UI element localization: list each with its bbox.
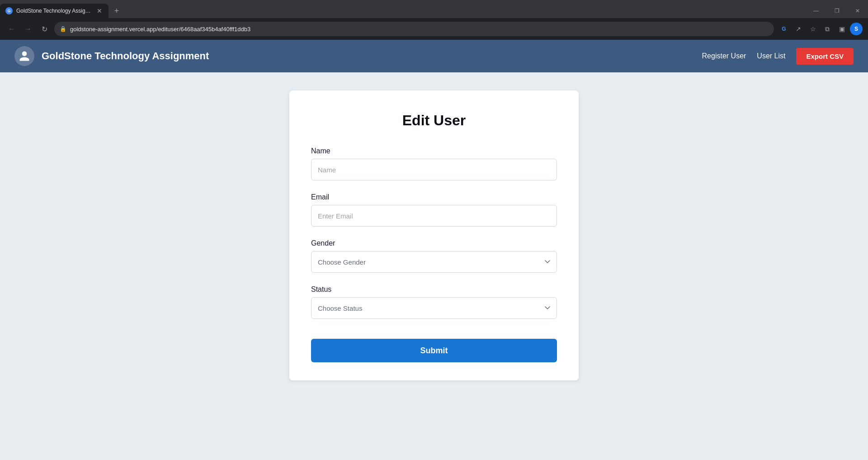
app-logo-area: GoldStone Technology Assignment <box>14 46 209 66</box>
edit-user-form-card: Edit User Name Email Gender Choose Gende… <box>289 90 579 380</box>
name-form-group: Name <box>311 147 557 180</box>
refresh-button[interactable]: ↻ <box>38 23 51 35</box>
status-label: Status <box>311 285 557 294</box>
browser-toolbar-actions: G ↗ ☆ ⧉ ▣ S <box>778 23 863 35</box>
lock-icon: 🔒 <box>60 26 66 32</box>
sidebar-button[interactable]: ▣ <box>835 23 848 35</box>
address-bar[interactable]: 🔒 goldstone-assignment.vercel.app/editus… <box>54 22 774 36</box>
status-form-group: Status Choose Status Active Inactive <box>311 285 557 319</box>
tab-close-button[interactable]: ✕ <box>96 7 103 14</box>
browser-toolbar: ← → ↻ 🔒 goldstone-assignment.vercel.app/… <box>0 18 868 40</box>
browser-tab-active[interactable]: G GoldStone Technology Assignme... ✕ <box>0 4 108 18</box>
extensions-button[interactable]: ⧉ <box>821 23 834 35</box>
google-icon-button[interactable]: G <box>778 23 790 35</box>
gender-form-group: Gender Choose Gender Male Female Other <box>311 239 557 273</box>
browser-chrome: G GoldStone Technology Assignme... ✕ + —… <box>0 0 868 40</box>
user-list-link[interactable]: User List <box>757 52 785 60</box>
profile-button[interactable]: S <box>850 23 863 35</box>
form-title: Edit User <box>311 112 557 129</box>
register-user-link[interactable]: Register User <box>702 52 746 60</box>
submit-button[interactable]: Submit <box>311 339 557 362</box>
gender-label: Gender <box>311 239 557 247</box>
email-form-group: Email <box>311 193 557 227</box>
app-avatar-icon <box>14 46 34 66</box>
export-csv-button[interactable]: Export CSV <box>796 48 854 65</box>
name-label: Name <box>311 147 557 155</box>
bookmark-button[interactable]: ☆ <box>807 23 819 35</box>
app-title: GoldStone Technology Assignment <box>42 50 209 62</box>
email-label: Email <box>311 193 557 201</box>
window-close-button[interactable]: ✕ <box>847 4 868 18</box>
edit-user-form: Name Email Gender Choose Gender Male Fem… <box>311 147 557 362</box>
window-minimize-button[interactable]: — <box>806 4 826 18</box>
gender-select[interactable]: Choose Gender Male Female Other <box>311 251 557 273</box>
window-controls: — ❐ ✕ <box>806 4 868 18</box>
forward-button[interactable]: → <box>22 23 34 35</box>
share-button[interactable]: ↗ <box>792 23 805 35</box>
new-tab-button[interactable]: + <box>110 5 123 17</box>
window-maximize-button[interactable]: ❐ <box>826 4 847 18</box>
email-input[interactable] <box>311 205 557 227</box>
browser-tab-bar: G GoldStone Technology Assignme... ✕ + —… <box>0 0 868 18</box>
tab-title: GoldStone Technology Assignme... <box>16 8 92 14</box>
url-display: goldstone-assignment.vercel.app/edituser… <box>70 26 769 33</box>
page-content: Edit User Name Email Gender Choose Gende… <box>0 72 868 460</box>
name-input[interactable] <box>311 159 557 180</box>
app-header: GoldStone Technology Assignment Register… <box>0 40 868 72</box>
app-nav: Register User User List Export CSV <box>702 48 854 65</box>
tab-favicon: G <box>5 7 13 14</box>
back-button[interactable]: ← <box>5 23 18 35</box>
status-select[interactable]: Choose Status Active Inactive <box>311 297 557 319</box>
